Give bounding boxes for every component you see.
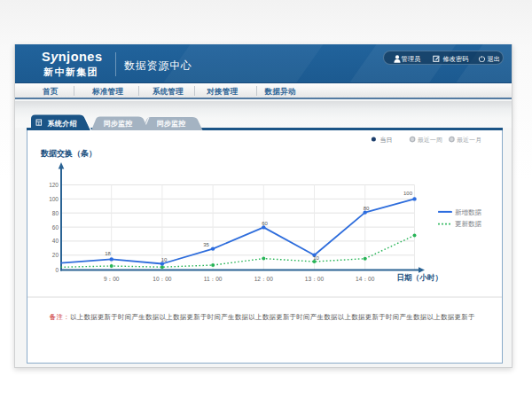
svg-text:日期（小时）: 日期（小时） [397,273,443,282]
svg-text:当日: 当日 [380,137,393,144]
svg-text:10：00: 10：00 [153,276,172,282]
svg-text:同步监控: 同步监控 [103,120,132,128]
svg-text:更新数据: 更新数据 [455,220,482,228]
svg-text:60: 60 [262,221,268,226]
svg-text:60: 60 [52,224,59,231]
svg-text:13：00: 13：00 [305,276,325,282]
svg-text:14：00: 14：00 [356,276,375,282]
svg-text:35: 35 [203,242,209,247]
svg-text:11：00: 11：00 [204,276,223,282]
svg-text:最近一周: 最近一周 [418,137,442,143]
svg-text:9：00: 9：00 [104,276,120,282]
svg-text:20: 20 [52,252,59,258]
svg-text:0: 0 [55,267,59,273]
svg-text:100: 100 [49,196,59,202]
svg-text:新增数据: 新增数据 [455,208,482,216]
svg-text:系统介绍: 系统介绍 [46,119,76,128]
svg-text:最近一月: 最近一月 [457,137,481,144]
svg-text:数据交换（条）: 数据交换（条） [40,149,97,158]
svg-text:80: 80 [52,210,59,216]
svg-text:10: 10 [161,257,168,262]
svg-text:10: 10 [313,255,319,261]
svg-text:12：00: 12：00 [254,276,274,282]
svg-text:120: 120 [49,182,59,188]
svg-text:80: 80 [364,206,370,211]
svg-text:18: 18 [105,251,111,256]
svg-text:40: 40 [52,238,59,244]
svg-text:备注：以上数据更新于时间产生数据以上数据更新于时间产生数据以: 备注：以上数据更新于时间产生数据以上数据更新于时间产生数据以上数据更新于时间产生… [50,313,475,321]
svg-text:同步监控: 同步监控 [156,120,185,128]
svg-text:100: 100 [403,191,413,196]
